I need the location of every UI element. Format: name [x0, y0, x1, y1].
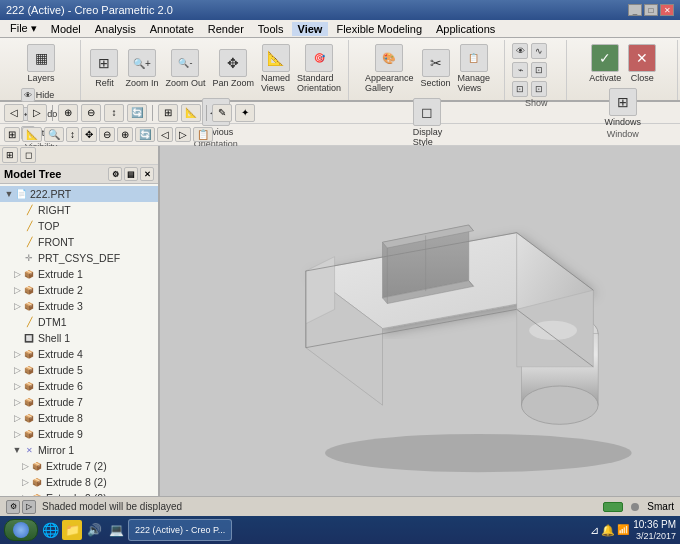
tree-icon-extrude3: 📦: [22, 299, 36, 313]
start-button[interactable]: [4, 519, 38, 541]
pan-zoom-button[interactable]: ✥ Pan Zoom: [209, 47, 257, 90]
tree-toolbar-btn-1[interactable]: ⊞: [2, 147, 18, 163]
show-btn-3[interactable]: ⌁: [511, 61, 529, 79]
menu-model[interactable]: Model: [45, 22, 87, 36]
close-button[interactable]: ✕: [660, 4, 674, 16]
tb2-btn-9[interactable]: ✎: [212, 104, 232, 122]
tb2-btn-8[interactable]: 📐: [181, 104, 201, 122]
refit-button[interactable]: ⊞ Refit: [87, 47, 121, 90]
tree-item-extrude1[interactable]: ▷ 📦 Extrude 1: [0, 266, 158, 282]
tree-item-top[interactable]: ╱ TOP: [0, 218, 158, 234]
zoom-in-button[interactable]: 🔍+ Zoom In: [122, 47, 161, 90]
menu-annotate[interactable]: Annotate: [144, 22, 200, 36]
tree-item-mirror1[interactable]: ▼ ✕ Mirror 1: [0, 442, 158, 458]
tree-item-extrude9-2[interactable]: ▷ 📦 Extrude 9 (2): [0, 490, 158, 496]
tb3-btn-1[interactable]: ⊞: [4, 127, 20, 142]
standard-orient-button[interactable]: 🎯 StandardOrientation: [294, 42, 344, 95]
menu-view[interactable]: View: [292, 22, 329, 36]
tree-item-shell1[interactable]: 🔲 Shell 1: [0, 330, 158, 346]
windows-button[interactable]: ⊞ Windows: [602, 86, 645, 129]
tb3-btn-4[interactable]: ↕: [66, 127, 79, 142]
tree-item-extrude3[interactable]: ▷ 📦 Extrude 3: [0, 298, 158, 314]
named-views-button[interactable]: 📐 NamedViews: [258, 42, 293, 95]
show-btn-6[interactable]: ⊡: [530, 80, 548, 98]
taskbar-creo-app[interactable]: 222 (Active) - Creo P...: [128, 519, 232, 541]
taskbar-media-icon[interactable]: 🔊: [84, 520, 104, 540]
zoom-out-button[interactable]: 🔍- Zoom Out: [162, 47, 208, 90]
appearance-button[interactable]: 🎨 AppearanceGallery: [362, 42, 417, 95]
show-btn-2[interactable]: ∿: [530, 42, 548, 60]
tree-item-extrude7-2[interactable]: ▷ 📦 Extrude 7 (2): [0, 458, 158, 474]
tb2-btn-10[interactable]: ✦: [235, 104, 255, 122]
tb3-btn-9[interactable]: ◁: [157, 127, 173, 142]
minimize-button[interactable]: _: [628, 4, 642, 16]
tree-item-extrude8[interactable]: ▷ 📦 Extrude 8: [0, 410, 158, 426]
tree-icon-extrude7: 📦: [22, 395, 36, 409]
menu-render[interactable]: Render: [202, 22, 250, 36]
tree-expand-btn[interactable]: ▤: [124, 167, 138, 181]
tb2-btn-1[interactable]: ◁: [4, 104, 24, 122]
tree-expand-mirror1: ▼: [12, 445, 22, 455]
tb2-btn-4[interactable]: ⊖: [81, 104, 101, 122]
show-btn-1[interactable]: 👁: [511, 42, 529, 60]
tb3-btn-5[interactable]: ✥: [81, 127, 97, 142]
tree-item-dtm1[interactable]: ╱ DTM1: [0, 314, 158, 330]
section-button[interactable]: ✂ Section: [417, 47, 453, 90]
tree-item-prt-csys[interactable]: ✛ PRT_CSYS_DEF: [0, 250, 158, 266]
tree-settings-btn[interactable]: ⚙: [108, 167, 122, 181]
tb3-btn-2[interactable]: 📐: [22, 127, 42, 142]
appearance-label: AppearanceGallery: [365, 73, 414, 93]
3d-viewport[interactable]: [160, 146, 680, 496]
tree-toolbar-btn-2[interactable]: ◻: [20, 147, 36, 163]
tb2-btn-7[interactable]: ⊞: [158, 104, 178, 122]
status-icon-2[interactable]: ▷: [22, 500, 36, 514]
menu-applications[interactable]: Applications: [430, 22, 501, 36]
close-win-button[interactable]: ✕ Close: [625, 42, 659, 85]
hide-label: Hide: [36, 90, 55, 100]
tree-item-extrude4[interactable]: ▷ 📦 Extrude 4: [0, 346, 158, 362]
tree-item-extrude6[interactable]: ▷ 📦 Extrude 6: [0, 378, 158, 394]
tb3-btn-8[interactable]: 🔄: [135, 127, 155, 142]
tree-label-mirror1: Mirror 1: [38, 444, 74, 456]
tree-item-extrude9[interactable]: ▷ 📦 Extrude 9: [0, 426, 158, 442]
maximize-button[interactable]: □: [644, 4, 658, 16]
layers-button[interactable]: ▦ Layers: [24, 42, 58, 85]
model-display-buttons: 🎨 AppearanceGallery ✂ Section 📋 ManageVi…: [355, 42, 499, 149]
tree-expand-extrude8-2: ▷: [20, 477, 30, 487]
display-style-button[interactable]: ◻ DisplayStyle: [410, 96, 446, 149]
show-btn-4[interactable]: ⊡: [530, 61, 548, 79]
status-icon-1[interactable]: ⚙: [6, 500, 20, 514]
tree-item-right[interactable]: ╱ RIGHT: [0, 202, 158, 218]
tree-item-front[interactable]: ╱ FRONT: [0, 234, 158, 250]
menu-flexible-modeling[interactable]: Flexible Modeling: [330, 22, 428, 36]
manage-views-button[interactable]: 📋 ManageViews: [455, 42, 494, 95]
manage-views-label: ManageViews: [458, 73, 491, 93]
tb2-btn-5[interactable]: ↕: [104, 104, 124, 122]
taskbar-explorer-icon[interactable]: 📁: [62, 520, 82, 540]
activate-button[interactable]: ✓ Activate: [586, 42, 624, 85]
tb3-btn-3[interactable]: 🔍: [44, 127, 64, 142]
tb2-btn-2[interactable]: ▷: [27, 104, 47, 122]
tb2-btn-6[interactable]: 🔄: [127, 104, 147, 122]
tb2-btn-3[interactable]: ⊕: [58, 104, 78, 122]
status-right-text: Smart: [647, 501, 674, 512]
taskbar-ie-icon[interactable]: 🌐: [40, 520, 60, 540]
tree-item-extrude7[interactable]: ▷ 📦 Extrude 7: [0, 394, 158, 410]
tb3-btn-6[interactable]: ⊖: [99, 127, 115, 142]
tb3-btn-10[interactable]: ▷: [175, 127, 191, 142]
tree-item-root[interactable]: ▼ 📄 222.PRT: [0, 186, 158, 202]
tree-item-extrude8-2[interactable]: ▷ 📦 Extrude 8 (2): [0, 474, 158, 490]
hide-button[interactable]: 👁 Hide: [18, 86, 65, 104]
tree-close-btn[interactable]: ✕: [140, 167, 154, 181]
tree-item-extrude5[interactable]: ▷ 📦 Extrude 5: [0, 362, 158, 378]
menu-file[interactable]: File ▾: [4, 21, 43, 36]
menu-analysis[interactable]: Analysis: [89, 22, 142, 36]
taskbar-icon-4[interactable]: 💻: [106, 520, 126, 540]
tree-item-extrude2[interactable]: ▷ 📦 Extrude 2: [0, 282, 158, 298]
tb3-btn-7[interactable]: ⊕: [117, 127, 133, 142]
tree-expand-front: [12, 237, 22, 247]
menu-tools[interactable]: Tools: [252, 22, 290, 36]
model-tree-title: Model Tree: [4, 168, 61, 180]
show-btn-5[interactable]: ⊡: [511, 80, 529, 98]
tb3-btn-11[interactable]: 📋: [193, 127, 213, 142]
